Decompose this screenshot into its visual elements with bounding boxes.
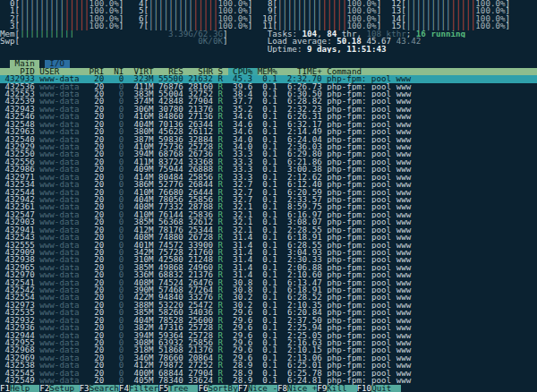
process-cell: R bbox=[217, 286, 227, 294]
process-cell: 0.1 bbox=[258, 302, 283, 309]
process-cell: 21248 bbox=[188, 256, 217, 263]
process-row[interactable]: 432936 www-data 20 0 382M 47316 25728 R … bbox=[0, 324, 537, 331]
process-row[interactable]: 432968 www-data 20 0 318M 51868 21376 R … bbox=[0, 346, 537, 354]
column-header-ni[interactable]: NI bbox=[109, 68, 129, 75]
process-cell: 53220 bbox=[158, 302, 188, 309]
column-header-pri[interactable]: PRI bbox=[90, 68, 109, 75]
process-cell: 6:18.91 bbox=[282, 234, 327, 241]
cpu-meter-bar: ||||||||| bbox=[20, 7, 64, 14]
process-cell: 0 bbox=[109, 196, 129, 203]
process-row[interactable]: 432543 www-data 20 0 408M 74880 26728 R … bbox=[0, 234, 537, 241]
process-row[interactable]: 432550 www-data 20 0 394M 68768 26736 R … bbox=[0, 150, 537, 158]
column-header-res[interactable]: RES bbox=[158, 68, 188, 75]
process-row[interactable]: 432963 www-data 20 0 380M 45628 26112 R … bbox=[0, 128, 537, 135]
process-row[interactable]: 432965 www-data 20 0 385M 49868 24960 R … bbox=[0, 264, 537, 271]
fkey-label: Setup bbox=[49, 385, 79, 392]
process-row[interactable]: 432942 www-data 20 0 404M 78056 25856 R … bbox=[0, 196, 537, 203]
process-cell: R bbox=[217, 302, 227, 309]
process-row[interactable]: 432970 www-data 20 0 336M 68832 21376 R … bbox=[0, 271, 537, 278]
process-row[interactable]: 432540 www-data 20 0 387M 59836 32884 R … bbox=[0, 136, 537, 143]
fkey-nice[interactable]: F8Nice + bbox=[277, 385, 317, 392]
fkey-tree[interactable]: F5Tree bbox=[158, 385, 198, 392]
process-row[interactable]: 432542 www-data 20 0 390M 57468 27264 R … bbox=[0, 286, 537, 294]
process-row[interactable]: 432536 www-data 20 0 411M 76876 28160 R … bbox=[0, 83, 537, 90]
process-row[interactable]: 432547 www-data 20 0 410M 76144 25836 R … bbox=[0, 211, 537, 218]
process-cell: 34.0 bbox=[228, 143, 258, 150]
process-cell: 432941 bbox=[0, 226, 39, 234]
fkey-quit[interactable]: F10Quit bbox=[357, 385, 402, 392]
process-row[interactable]: 432538 www-data 20 0 412M 79872 27252 R … bbox=[0, 362, 537, 369]
process-row[interactable]: 432938 www-data 20 0 310M 42580 21248 R … bbox=[0, 256, 537, 263]
process-cell: 404M bbox=[129, 121, 158, 128]
process-row[interactable]: 432555 www-data 20 0 401M 74572 33900 R … bbox=[0, 242, 537, 249]
process-cell: 20 bbox=[90, 317, 109, 324]
process-row[interactable]: 432969 www-data 20 0 346M 78660 20864 R … bbox=[0, 354, 537, 362]
process-row[interactable]: 432546 www-data 20 0 416M 84860 27136 R … bbox=[0, 113, 537, 120]
process-row[interactable]: 432903 www-data 20 0 385M 56368 32612 R … bbox=[0, 218, 537, 226]
process-row[interactable]: 432556 www-data 20 0 411M 83724 33368 R … bbox=[0, 158, 537, 166]
process-cell: 27136 bbox=[188, 113, 217, 120]
column-header-user[interactable]: USER bbox=[39, 68, 89, 75]
tab-main[interactable]: Main bbox=[10, 60, 39, 67]
process-cell: 57468 bbox=[158, 286, 188, 294]
process-row[interactable]: 432955 www-data 20 0 308M 63932 25856 R … bbox=[0, 339, 537, 346]
process-row[interactable]: 432929 www-data 20 0 410M 75736 25728 R … bbox=[0, 143, 537, 150]
process-row[interactable]: 432544 www-data 20 0 410M 76680 26444 R … bbox=[0, 189, 537, 196]
process-cell: www-data bbox=[39, 166, 89, 173]
column-header-s[interactable]: S bbox=[217, 68, 227, 75]
process-row[interactable]: 432549 www-data 20 0 405M 78340 33624 R … bbox=[0, 377, 537, 384]
column-header-command[interactable]: Command bbox=[327, 68, 362, 75]
column-header-pid[interactable]: PID bbox=[0, 68, 39, 75]
fkey-setup[interactable]: F2Setup bbox=[39, 385, 79, 392]
process-cell: 26728 bbox=[188, 234, 217, 241]
fkey-kill[interactable]: F9Kill bbox=[317, 385, 356, 392]
fkey-sortby[interactable]: F6SortBy bbox=[198, 385, 237, 392]
process-row[interactable]: 432535 www-data 20 0 385M 58260 34036 R … bbox=[0, 309, 537, 316]
load-1min: 50.18 bbox=[337, 38, 366, 45]
process-row[interactable]: 432534 www-data 20 0 386M 52776 26844 R … bbox=[0, 181, 537, 188]
process-row[interactable]: 432941 www-data 20 0 412M 78176 25344 R … bbox=[0, 226, 537, 234]
process-row[interactable]: 432943 www-data 20 0 306M 30780 21376 R … bbox=[0, 106, 537, 113]
column-header-shr[interactable]: SHR bbox=[188, 68, 217, 75]
column-header-virt[interactable]: VIRT bbox=[129, 68, 158, 75]
process-cell: 401M bbox=[129, 242, 158, 249]
process-row[interactable]: 432539 www-data 20 0 374M 42848 27904 R … bbox=[0, 98, 537, 105]
process-row[interactable]: 432986 www-data 20 0 409M 75944 26888 R … bbox=[0, 166, 537, 173]
fkey-label: SortBy bbox=[208, 385, 237, 392]
process-cell: php-fpm: pool www bbox=[327, 150, 411, 158]
cpu-meter-bar: ||||||||| bbox=[277, 0, 322, 7]
cpu-meter-bar: ||||||||| bbox=[149, 7, 193, 14]
column-header-cpu[interactable]: CPU% bbox=[228, 68, 258, 75]
process-row[interactable]: 432971 www-data 20 0 414M 80484 25856 R … bbox=[0, 174, 537, 181]
process-cell: 0.1 bbox=[258, 377, 283, 384]
process-cell: www-data bbox=[39, 128, 89, 135]
fkey-filter[interactable]: F4Filter bbox=[119, 385, 158, 392]
column-header-time[interactable]: TIME+ bbox=[282, 68, 327, 75]
fkey-help[interactable]: F1Help bbox=[0, 385, 39, 392]
process-row[interactable]: 432933 www-data 20 0 323M 55500 21632 R … bbox=[0, 75, 537, 82]
process-row[interactable]: 432541 www-data 20 0 408M 74524 26476 R … bbox=[0, 279, 537, 286]
process-row[interactable]: 432944 www-data 20 0 394M 59364 25728 R … bbox=[0, 332, 537, 339]
process-cell: 410M bbox=[129, 143, 158, 150]
process-cell: 408M bbox=[129, 279, 158, 286]
fkey-label: Search bbox=[90, 385, 119, 392]
process-row[interactable]: 432545 www-data 20 0 400M 68844 27904 R … bbox=[0, 370, 537, 377]
process-cell: 78056 bbox=[158, 196, 188, 203]
process-cell: R bbox=[217, 362, 227, 369]
process-cell: 20 bbox=[90, 90, 109, 98]
process-cell: 27252 bbox=[188, 362, 217, 369]
process-cell: www-data bbox=[39, 181, 89, 188]
process-row[interactable]: 432932 www-data 20 0 404M 78528 25600 R … bbox=[0, 317, 537, 324]
process-row[interactable]: 432973 www-data 20 0 388M 53220 25472 R … bbox=[0, 302, 537, 309]
process-row[interactable]: 432548 www-data 20 0 404M 70136 26344 R … bbox=[0, 121, 537, 128]
column-header-mem[interactable]: MEM% bbox=[258, 68, 283, 75]
process-row[interactable]: 432909 www-data 20 0 342M 75728 21760 R … bbox=[0, 249, 537, 256]
process-row[interactable]: 432553 www-data 20 0 383M 55004 32752 R … bbox=[0, 90, 537, 98]
process-row[interactable]: 432554 www-data 20 0 422M 94840 33276 R … bbox=[0, 294, 537, 301]
tab-io[interactable]: I/O bbox=[45, 60, 70, 67]
process-cell: 0.1 bbox=[258, 226, 283, 234]
process-cell: R bbox=[217, 249, 227, 256]
fkey-nice[interactable]: F7Nice - bbox=[238, 385, 277, 392]
process-row[interactable]: 432361 www-data 20 0 408M 77332 28788 R … bbox=[0, 203, 537, 210]
fkey-search[interactable]: F3Search bbox=[80, 385, 119, 392]
